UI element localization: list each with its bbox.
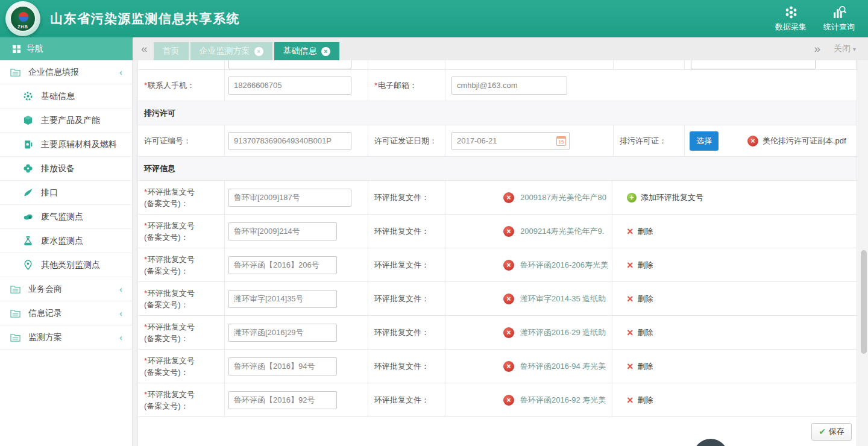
tab-basic-info[interactable]: 基础信息 × [274, 42, 339, 60]
tab-close-icon[interactable]: × [254, 47, 263, 56]
sidebar-item-emission-equipment[interactable]: 排放设备 [0, 157, 132, 181]
eia-file-label: 环评批复文件： [374, 226, 429, 237]
sidebar-item-basic-info[interactable]: 基础信息 [0, 84, 132, 108]
remove-file-icon[interactable]: × [503, 192, 514, 203]
sidebar-item-label: 主要产品及产能 [41, 115, 100, 126]
main-content: *联系人手机： *电子邮箱： 排污许可 许可证编号： [133, 60, 868, 446]
scrollbar-thumb[interactable] [861, 250, 867, 354]
delete-eia-row-button[interactable]: × 删除 [627, 327, 653, 338]
eia-file-link[interactable]: 2009187寿光美伦年产80 [520, 192, 606, 203]
fuel-icon [23, 139, 33, 149]
eia-file-link[interactable]: 鲁环评函2016-94 寿光美 [520, 361, 606, 372]
permit-no-label: 许可证编号： [144, 136, 191, 146]
email-input[interactable] [451, 77, 567, 95]
eia-doc-label: *环评批复文号 (备案文号)： [138, 355, 195, 378]
form-footer: ✔ 保存 [138, 417, 857, 446]
remove-file-icon[interactable]: × [503, 294, 514, 304]
close-menu-button[interactable]: 关闭 ▾ [834, 43, 856, 54]
chevron-left-icon: ‹ [119, 309, 122, 318]
delete-x-icon: × [627, 261, 634, 269]
delete-eia-row-button[interactable]: × 删除 [627, 395, 653, 406]
eia-doc-no-input[interactable] [228, 391, 337, 409]
tab-close-icon[interactable]: × [321, 47, 330, 56]
remove-file-icon[interactable]: × [503, 327, 514, 338]
outlet-icon [23, 187, 33, 198]
eia-file-link[interactable]: 潍环评函2016-29 造纸助 [520, 327, 606, 338]
nav-toggle[interactable]: 导航 [0, 37, 133, 60]
remove-file-icon[interactable]: × [747, 136, 758, 146]
sidebar-item-label: 主要原辅材料及燃料 [41, 139, 117, 150]
tabs-scroll-left-icon[interactable]: « [141, 37, 148, 60]
phone-input[interactable] [228, 77, 351, 95]
eia-doc-no-input[interactable] [228, 290, 337, 308]
delete-eia-row-button[interactable]: × 删除 [627, 361, 653, 372]
vertical-scrollbar[interactable] [860, 60, 868, 446]
remove-file-icon[interactable]: × [503, 361, 514, 372]
sidebar-group-info-records[interactable]: 信息记录 ‹ [0, 301, 132, 325]
tab-enterprise-monitor-plan-label: 企业监测方案 [200, 46, 250, 57]
header-actions: 数据采集 统计查询 [775, 5, 855, 33]
delete-eia-row-button[interactable]: × 删除 [627, 294, 653, 304]
permit-date-input[interactable] [451, 132, 570, 150]
eia-row: *环评批复文号 (备案文号)： 环评批复文件： × 潍环评函2016-29 造纸… [138, 316, 857, 350]
add-eia-row-button[interactable]: + 添加环评批复文号 [627, 192, 703, 203]
eia-file-link[interactable]: 鲁环评函2016-206寿光美 [520, 260, 608, 271]
eia-doc-no-input[interactable] [228, 256, 337, 274]
contact-row: *联系人手机： *电子邮箱： [138, 70, 857, 101]
eia-file-link[interactable]: 鲁环评函2016-92 寿光美 [520, 395, 606, 406]
choose-file-button[interactable]: 选择 [690, 131, 719, 151]
sidebar-item-water-monitoring[interactable]: 废水监测点 [0, 229, 132, 253]
sidebar-item-label: 其他类别监测点 [41, 260, 100, 271]
calendar-icon[interactable]: 15 [556, 136, 566, 146]
sidebar-item-raw-materials[interactable]: 主要原辅材料及燃料 [0, 133, 132, 157]
eia-file-label: 环评批复文件： [374, 361, 429, 372]
tabs-scroll-right-icon[interactable]: » [814, 37, 821, 60]
sidebar-item-label: 废水监测点 [41, 236, 83, 247]
permit-cert-label: 排污许可证： [620, 136, 667, 146]
save-button[interactable]: ✔ 保存 [811, 423, 852, 441]
sidebar-item-products[interactable]: 主要产品及产能 [0, 108, 132, 133]
folder-icon [10, 308, 20, 318]
eia-doc-label: *环评批复文号 (备案文号)： [138, 287, 195, 310]
tab-enterprise-monitor-plan[interactable]: 企业监测方案 × [190, 42, 272, 60]
chevron-left-icon: ‹ [119, 68, 122, 77]
remove-file-icon[interactable]: × [503, 395, 514, 406]
eia-rows: *环评批复文号 (备案文号)： 环评批复文件： × 2009187寿光美伦年产8… [138, 181, 857, 417]
tab-home[interactable]: 首页 [154, 42, 189, 60]
tab-home-label: 首页 [163, 46, 180, 57]
sidebar: 企业信息填报 ‹ 基础信息 主要产品及产能 主要原辅材料及燃料 排放设备 排口 … [0, 60, 133, 446]
check-icon: ✔ [819, 427, 826, 436]
sidebar-item-outlet[interactable]: 排口 [0, 181, 132, 205]
grid-icon [12, 45, 21, 54]
eia-file-link[interactable]: 潍环审字2014-35 造纸助 [520, 294, 606, 304]
sidebar-item-label: 排放设备 [41, 163, 75, 174]
cropped-input[interactable] [691, 60, 816, 69]
permit-no-input[interactable] [228, 132, 351, 150]
sidebar-group-business-consult[interactable]: 业务会商 ‹ [0, 277, 132, 301]
sidebar-item-label: 排口 [41, 187, 58, 198]
permit-file-link[interactable]: 美伦排污许可证副本.pdf [763, 136, 846, 146]
location-pin-icon [23, 260, 33, 270]
remove-file-icon[interactable]: × [503, 226, 514, 237]
eia-doc-no-input[interactable] [228, 324, 337, 342]
eia-file-link[interactable]: 2009214寿光美伦年产9. [520, 226, 604, 237]
sidebar-group-label: 信息记录 [28, 308, 62, 319]
eia-doc-no-input[interactable] [228, 189, 351, 207]
stats-query-button[interactable]: 统计查询 [823, 5, 855, 33]
eia-section-header: 环评信息 [138, 157, 857, 181]
data-collect-button[interactable]: 数据采集 [775, 5, 807, 33]
eia-doc-label: *环评批复文号 (备案文号)： [138, 220, 195, 243]
delete-eia-row-button[interactable]: × 删除 [627, 260, 653, 271]
sidebar-item-gas-monitoring[interactable]: 废气监测点 [0, 205, 132, 229]
data-collect-label: 数据采集 [775, 22, 807, 33]
sidebar-group-enterprise-info[interactable]: 企业信息填报 ‹ [0, 60, 132, 84]
cropped-input[interactable] [228, 60, 351, 69]
sidebar-item-other-monitoring[interactable]: 其他类别监测点 [0, 253, 132, 277]
sidebar-group-monitor-plan[interactable]: 监测方案 ‹ [0, 325, 132, 350]
eia-doc-label: *环评批复文号 (备案文号)： [138, 389, 195, 412]
eia-doc-no-input[interactable] [228, 222, 337, 240]
remove-file-icon[interactable]: × [503, 260, 514, 271]
eia-doc-no-input[interactable] [228, 357, 337, 375]
chevron-left-icon: ‹ [119, 333, 122, 342]
delete-eia-row-button[interactable]: × 删除 [627, 226, 653, 237]
